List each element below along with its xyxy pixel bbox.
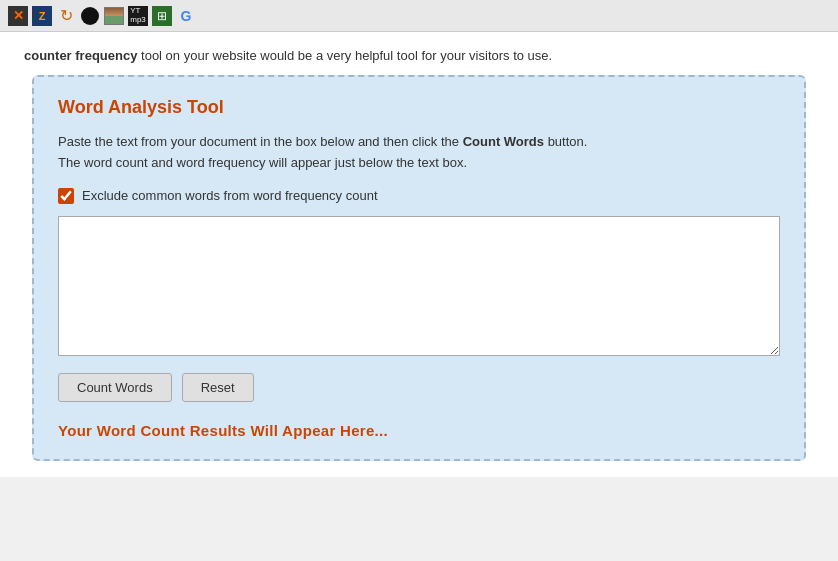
- results-placeholder: Your Word Count Results Will Appear Here…: [58, 422, 780, 439]
- text-input[interactable]: [58, 216, 780, 356]
- checkbox-row: Exclude common words from word frequency…: [58, 188, 780, 204]
- g-icon[interactable]: G: [176, 6, 196, 26]
- circle-arrow-icon[interactable]: ↻: [56, 6, 76, 26]
- reset-button[interactable]: Reset: [182, 373, 254, 402]
- x-icon[interactable]: ✕: [8, 6, 28, 26]
- page-content: counter frequency tool on your website w…: [0, 32, 838, 477]
- buttons-row: Count Words Reset: [58, 373, 780, 402]
- description-before: Paste the text from your document in the…: [58, 134, 463, 149]
- z-icon[interactable]: Z: [32, 6, 52, 26]
- grid-icon[interactable]: ⊞: [152, 6, 172, 26]
- exclude-common-checkbox[interactable]: [58, 188, 74, 204]
- photo-icon[interactable]: [104, 6, 124, 26]
- counter-frequency-rest: tool on your website would be a very hel…: [137, 48, 552, 63]
- black-circle-icon[interactable]: [80, 6, 100, 26]
- tool-description: Paste the text from your document in the…: [58, 132, 780, 174]
- tool-container: Word Analysis Tool Paste the text from y…: [32, 75, 806, 461]
- text-area-wrapper: [58, 216, 780, 359]
- counter-frequency-bold: counter frequency: [24, 48, 137, 63]
- exclude-common-label[interactable]: Exclude common words from word frequency…: [82, 188, 378, 203]
- description-count-words-bold: Count Words: [463, 134, 544, 149]
- toolbar: ✕ Z ↻ YTmp3 ⊞ G: [0, 0, 838, 32]
- description-after: button.: [544, 134, 587, 149]
- tool-title: Word Analysis Tool: [58, 97, 780, 118]
- counter-frequency-line: counter frequency tool on your website w…: [24, 48, 814, 63]
- yt-mp3-icon[interactable]: YTmp3: [128, 6, 148, 26]
- count-words-button[interactable]: Count Words: [58, 373, 172, 402]
- description-line2: The word count and word frequency will a…: [58, 155, 467, 170]
